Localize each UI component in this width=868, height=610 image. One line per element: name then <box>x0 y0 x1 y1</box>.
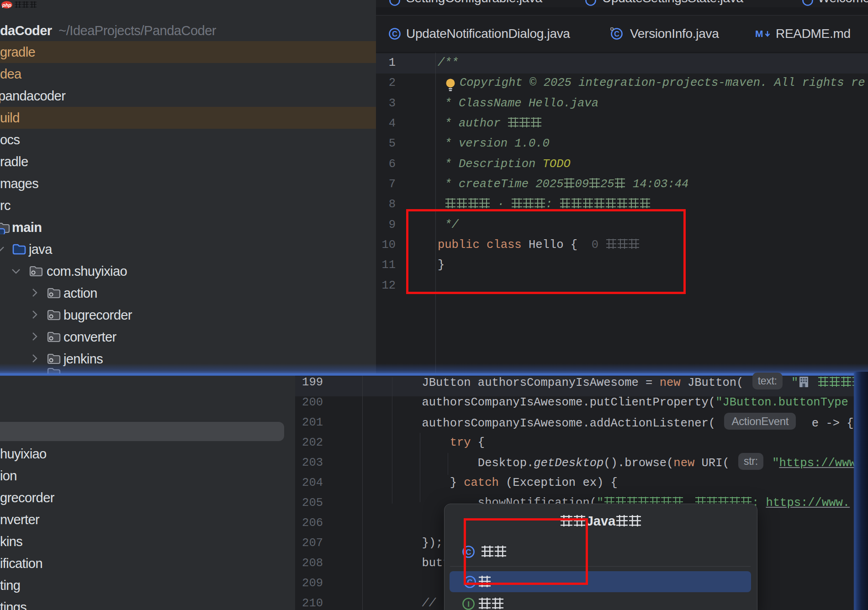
svg-text:C: C <box>392 30 397 38</box>
svg-text:C: C <box>614 30 619 38</box>
svg-text:I: I <box>467 600 470 609</box>
svg-text:php: php <box>2 2 11 8</box>
svg-text:M: M <box>755 28 763 39</box>
